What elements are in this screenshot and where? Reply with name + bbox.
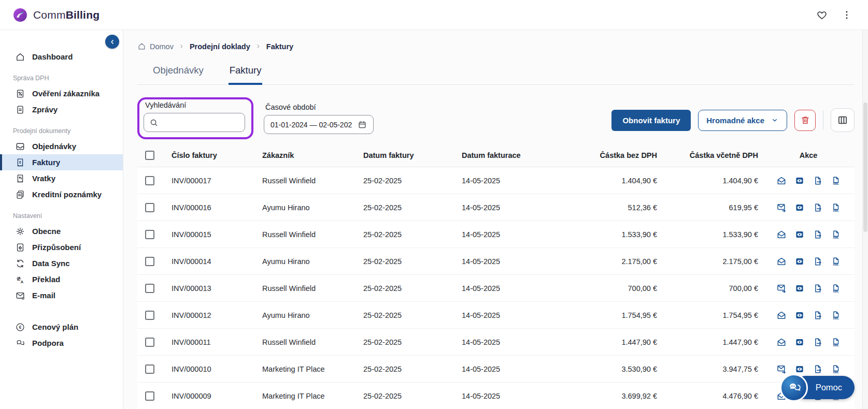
app-logo[interactable]: CommBilling — [12, 7, 99, 23]
sidebar-item-vratky[interactable]: Vratky — [0, 170, 123, 186]
table-row[interactable]: INV/000013 Russell Winfield 25-02-2025 1… — [137, 275, 855, 302]
sidebar-item-podpora[interactable]: Podpora — [0, 335, 123, 351]
export-pdf-action-icon[interactable] — [813, 256, 823, 267]
sidebar-item-label: Ověření zákazníka — [32, 89, 99, 98]
export-pdf-action-icon[interactable] — [813, 202, 823, 213]
sidebar-item-obecne[interactable]: Obecne — [0, 223, 123, 239]
sidebar-item-label: Zprávy — [32, 105, 58, 114]
tab-objednavky[interactable]: Objednávky — [152, 61, 205, 85]
view-invoice-action-icon[interactable] — [794, 229, 805, 240]
export-pdf-action-icon[interactable] — [813, 337, 823, 347]
sidebar-item-dashboard[interactable]: Dashboard — [0, 49, 123, 65]
scrollbar-thumb[interactable] — [863, 103, 867, 232]
row-checkbox[interactable] — [145, 257, 154, 266]
refresh-invoices-button[interactable]: Obnovit faktury — [611, 110, 691, 131]
table-row[interactable]: INV/000012 Ayumu Hirano 25-02-2025 14-05… — [137, 302, 855, 329]
sidebar-nav: DashboardSpráva DPHOvěření zákazníkaZprá… — [0, 49, 123, 351]
view-invoice-action-icon[interactable] — [794, 337, 805, 347]
breadcrumb-item-prodejni-doklady[interactable]: Prodejní doklady — [190, 42, 250, 51]
row-checkbox[interactable] — [145, 176, 154, 185]
row-checkbox[interactable] — [145, 203, 154, 212]
view-invoice-action-icon[interactable] — [794, 283, 805, 294]
column-header-actions: Akce — [762, 151, 855, 159]
select-all-checkbox[interactable] — [145, 151, 154, 160]
export-xml-action-icon[interactable]: XML — [831, 364, 841, 374]
mail-open-action-icon[interactable] — [776, 337, 787, 347]
search-input[interactable] — [163, 119, 239, 127]
billing-date-cell: 14-05-2025 — [457, 311, 578, 319]
sidebar-item-objednavky[interactable]: Objednávky — [0, 138, 123, 154]
export-xml-action-icon[interactable]: XML — [831, 202, 841, 213]
sidebar-item-data-sync[interactable]: Data Sync — [0, 255, 123, 271]
amount-net-cell: 3.530,90 € — [578, 365, 661, 373]
pricing-plan-icon: € — [15, 322, 25, 332]
mail-send-action-icon[interactable] — [776, 364, 787, 374]
table-row[interactable]: INV/000016 Ayumu Hirano 25-02-2025 14-05… — [137, 194, 855, 221]
logo-icon — [12, 7, 28, 23]
table-row[interactable]: INV/000010 Marketing IT Place 25-02-2025… — [137, 356, 855, 383]
table-row[interactable]: INV/000017 Russell Winfield 25-02-2025 1… — [137, 167, 855, 194]
row-checkbox[interactable] — [145, 230, 154, 239]
kebab-menu-icon[interactable] — [841, 9, 852, 21]
export-pdf-action-icon[interactable] — [813, 176, 823, 186]
table-row[interactable]: INV/000009 Marketing IT Place 25-02-2025… — [137, 383, 855, 409]
table-row[interactable]: INV/000015 Russell Winfield 25-02-2025 1… — [137, 221, 855, 248]
export-pdf-action-icon[interactable] — [813, 283, 823, 294]
mail-open-action-icon[interactable] — [776, 176, 787, 186]
sidebar-collapse-button[interactable] — [105, 35, 119, 49]
export-xml-action-icon[interactable]: XML — [831, 256, 841, 267]
view-invoice-action-icon[interactable] — [794, 310, 805, 320]
sidebar-item-e-mail[interactable]: E-mail — [0, 287, 123, 303]
breadcrumb-item-domov[interactable]: Domov — [137, 42, 174, 51]
row-checkbox[interactable] — [145, 284, 154, 293]
row-checkbox[interactable] — [145, 391, 154, 401]
scrollbar-track[interactable] — [862, 30, 868, 409]
breadcrumb-item-faktury[interactable]: Faktury — [266, 42, 293, 51]
view-invoice-action-icon[interactable] — [794, 176, 805, 186]
delete-button[interactable] — [794, 110, 816, 131]
row-checkbox[interactable] — [145, 364, 154, 374]
sidebar: DashboardSpráva DPHOvěření zákazníkaZprá… — [0, 30, 123, 409]
mail-open-action-icon[interactable] — [776, 310, 787, 320]
sync-icon — [15, 258, 25, 269]
sidebar-item-overeni-zakaznika[interactable]: Ověření zákazníka — [0, 85, 123, 101]
column-settings-button[interactable] — [831, 108, 855, 132]
export-pdf-action-icon[interactable] — [813, 364, 823, 374]
export-xml-action-icon[interactable]: XML — [831, 337, 841, 347]
billing-date-cell: 14-05-2025 — [457, 230, 578, 239]
row-checkbox[interactable] — [145, 311, 154, 320]
tab-faktury[interactable]: Faktury — [229, 61, 263, 85]
table-row[interactable]: INV/000011 Russell Winfield 25-02-2025 1… — [137, 329, 855, 356]
sidebar-item-zpravy[interactable]: Zprávy — [0, 101, 123, 118]
sidebar-item-prizpusobeni[interactable]: Přizpůsobení — [0, 239, 123, 255]
export-pdf-action-icon[interactable] — [813, 310, 823, 320]
bulk-actions-button[interactable]: Hromadné akce — [698, 110, 787, 131]
amount-gross-cell: 1.404,90 € — [661, 177, 762, 185]
export-xml-action-icon[interactable]: XML — [831, 310, 841, 320]
amount-gross-cell: 1.447,90 € — [661, 338, 762, 346]
sidebar-item-faktury[interactable]: €Faktury — [0, 154, 123, 170]
table-row[interactable]: INV/000014 Ayumu Hirano 25-02-2025 14-05… — [137, 248, 855, 275]
search-label: Vyhledávání — [145, 101, 245, 109]
mail-send-action-icon[interactable] — [776, 202, 787, 213]
credit-notes-icon — [15, 189, 25, 200]
view-invoice-action-icon[interactable] — [794, 364, 805, 374]
export-xml-action-icon[interactable]: XML — [831, 176, 841, 186]
export-xml-action-icon[interactable]: XML — [831, 229, 841, 240]
returns-icon — [15, 173, 25, 184]
view-invoice-action-icon[interactable] — [794, 202, 805, 213]
favorites-heart-icon[interactable] — [816, 9, 828, 21]
sidebar-item-kreditni-poznamky[interactable]: Kreditní poznámky — [0, 186, 123, 202]
export-pdf-action-icon[interactable] — [813, 229, 823, 240]
help-button[interactable]: Pomoc — [794, 376, 855, 399]
chevron-down-icon — [771, 116, 779, 124]
sidebar-item-preklad[interactable]: APřeklad — [0, 271, 123, 287]
mail-open-action-icon[interactable] — [776, 256, 787, 267]
sidebar-item-cenovy-plan[interactable]: €Cenový plán — [0, 319, 123, 335]
mail-send-action-icon[interactable] — [776, 283, 787, 294]
date-range-picker[interactable]: 01-01-2024 — 02-05-202 — [264, 115, 374, 134]
mail-open-action-icon[interactable] — [776, 229, 787, 240]
export-xml-action-icon[interactable]: XML — [831, 283, 841, 294]
row-checkbox[interactable] — [145, 338, 154, 347]
view-invoice-action-icon[interactable] — [794, 256, 805, 267]
